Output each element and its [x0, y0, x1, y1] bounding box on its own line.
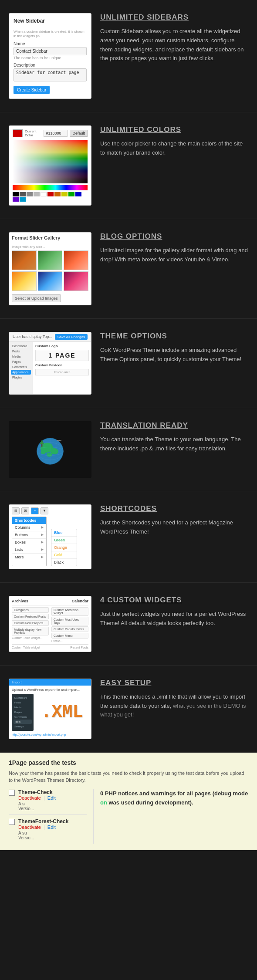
sc-item-columns[interactable]: Columns ▶	[12, 524, 46, 531]
swatch-gray[interactable]	[27, 192, 33, 196]
blog-mockup-image: Format Slider Gallery Image with any siz…	[9, 232, 91, 305]
theme-nav-comments[interactable]: Comments	[11, 365, 31, 369]
setup-link[interactable]: http://yoursite.com/wp-admin/import.php	[12, 733, 88, 736]
widget-right-extra: Profile...	[51, 639, 88, 642]
theme-mockup: User has display Top... Save All Changes…	[9, 332, 91, 395]
swatch-red[interactable]	[47, 192, 54, 196]
swatch-black[interactable]	[13, 192, 19, 196]
sidebars-title: UNLIMITED SIDEBARS	[100, 13, 248, 22]
test-left-col: Theme-Check Deactivate | Edit A siVersio…	[9, 789, 94, 844]
theme-main-content: Custom Logo 1 PAGE Custom Favicon favico…	[33, 342, 91, 394]
color-hue-slider[interactable]	[13, 185, 88, 190]
theme-sidebar-nav: Dashboard Posts Media Pages Comments App…	[9, 342, 33, 394]
default-color-button[interactable]: Default	[70, 130, 88, 137]
sc-arrow-boxes: ▶	[41, 540, 44, 544]
theme-save-top-btn[interactable]: Save All Changes	[55, 334, 88, 340]
themeforestcheck-edit-link[interactable]: Edit	[47, 825, 56, 830]
swatch-orange[interactable]	[54, 192, 61, 196]
sc-item-columns-label: Columns	[15, 525, 30, 530]
blog-image-6	[64, 271, 88, 291]
sc-item-more[interactable]: More ▶	[12, 554, 46, 561]
widgets-footer-right: Recent Posts	[70, 646, 88, 649]
hex-input[interactable]	[44, 130, 68, 137]
test-item-themeforestcheck: ThemeForest-Check Deactivate | Edit A su…	[9, 818, 87, 840]
sc-icon-1[interactable]: ⊞	[12, 507, 20, 514]
name-input[interactable]	[14, 47, 87, 55]
setup-footer: http://yoursite.com/wp-admin/import.php	[12, 733, 88, 736]
theme-nav-pages[interactable]: Pages	[11, 359, 31, 364]
themecheck-edit-link[interactable]: Edit	[47, 795, 56, 801]
svg-point-3	[47, 453, 52, 457]
color-picker-gradient[interactable]	[13, 140, 88, 183]
sc-icon-2[interactable]: ⊠	[21, 507, 29, 514]
colors-title: UNLIMITED COLORS	[100, 125, 248, 134]
widgets-content: 4 CUSTOM WIDGETS Just the perfect widget…	[100, 596, 248, 628]
widgets-mockup: Archives Calendar Categories Custom Feat…	[9, 596, 91, 652]
sc-add-button[interactable]: +	[31, 507, 39, 514]
sc-menu-wrapper: Shortcodes Columns ▶ Buttons ▶ Boxes ▶	[12, 517, 88, 566]
setup-nav-settings[interactable]: Settings	[14, 724, 32, 729]
test-right-col: 0 PHP notices and warnings for all pages…	[94, 789, 248, 844]
setup-nav-comments[interactable]: Comments	[14, 715, 32, 719]
translation-content: TRANSLATION READY You can translate the …	[100, 421, 248, 453]
sc-sub-gold[interactable]: Gold	[51, 551, 77, 559]
themeforestcheck-content: ThemeForest-Check Deactivate | Edit A su…	[18, 818, 87, 840]
themecheck-checkbox[interactable]	[9, 790, 15, 796]
test-header: 1Page passed the tests	[9, 759, 248, 766]
sidebars-content: UNLIMITED SIDEBARS Custom Sidebars allow…	[100, 13, 248, 63]
swatch-light[interactable]	[34, 192, 40, 196]
setup-nav-pages[interactable]: Pages	[14, 710, 32, 714]
swatch-dark[interactable]	[20, 192, 26, 196]
setup-instruction: Upload a WordPress export file and impor…	[12, 688, 88, 692]
theme-nav-plugins[interactable]: Plugins	[11, 375, 31, 380]
swatch-purple[interactable]	[13, 197, 19, 202]
widget-categories: Categories	[12, 607, 49, 613]
sc-sub-orange[interactable]: Orange	[51, 544, 77, 551]
themecheck-deactivate-link[interactable]: Deactivate	[18, 795, 41, 801]
sc-sub-black[interactable]: Black	[51, 559, 77, 566]
xml-label: .XML	[41, 703, 83, 722]
sc-menu-header: Shortcodes	[12, 517, 46, 524]
color-top-bar: Current Color Default	[13, 129, 88, 137]
swatch-green[interactable]	[68, 192, 74, 196]
blog-image-3	[64, 250, 88, 270]
widgets-footer-left: Custom Table widget	[12, 646, 40, 649]
test-php-count: 0 PHP notices and warnings	[100, 790, 176, 797]
setup-nav-posts[interactable]: Posts	[14, 700, 32, 705]
blog-image-1	[12, 250, 37, 270]
upload-images-button[interactable]: Select or Upload Images	[12, 294, 61, 302]
sc-item-boxes[interactable]: Boxes ▶	[12, 539, 46, 546]
setup-nav-media[interactable]: Media	[14, 705, 32, 710]
swatch-blue[interactable]	[75, 192, 81, 196]
theme-body: Dashboard Posts Media Pages Comments App…	[9, 342, 91, 394]
sc-sub-green[interactable]: Green	[51, 537, 77, 544]
theme-nav-appearance[interactable]: Appearance	[11, 370, 31, 375]
theme-nav-posts[interactable]: Posts	[11, 349, 31, 354]
setup-nav-import[interactable]: Import	[12, 680, 22, 684]
setup-nav-tools[interactable]: Tools	[14, 720, 32, 724]
swatch-yellow[interactable]	[61, 192, 68, 196]
theme-nav-dashboard[interactable]: Dashboard	[11, 344, 31, 348]
svg-point-4	[41, 450, 45, 454]
theme-nav-media[interactable]: Media	[11, 354, 31, 359]
theme-content: THEME OPTIONS OoK WordPress Theme includ…	[100, 332, 248, 364]
swatch-teal[interactable]	[20, 197, 26, 202]
themeforestcheck-checkbox[interactable]	[9, 819, 15, 825]
setup-nav-dashboard[interactable]: Dashboard	[14, 696, 32, 700]
feature-sidebars: New Sidebar When a custom sidebar is cre…	[0, 0, 257, 112]
debug-on-badge: on	[100, 799, 107, 806]
widget-custom-featured: Custom Featured Posts	[12, 614, 49, 619]
sc-item-buttons-label: Buttons	[15, 533, 28, 537]
themeforestcheck-deactivate-link[interactable]: Deactivate	[18, 825, 41, 830]
sc-sub-blue[interactable]: Blue	[51, 529, 77, 537]
widget-left-extra: Custom Table widget...	[12, 636, 49, 639]
sc-icon-4[interactable]: ▼	[41, 507, 48, 514]
widgets-mockup-image: Archives Calendar Categories Custom Feat…	[9, 596, 91, 652]
blog-images-grid	[12, 250, 88, 291]
sc-item-buttons[interactable]: Buttons ▶	[12, 531, 46, 539]
sc-item-lists[interactable]: Lists ▶	[12, 546, 46, 554]
sc-arrow-lists: ▶	[41, 547, 44, 551]
create-sidebar-button[interactable]: Create Sidebar	[14, 86, 50, 94]
desc-input[interactable]: Sidebar for contact page	[14, 68, 87, 81]
swatch-white[interactable]	[41, 192, 47, 196]
